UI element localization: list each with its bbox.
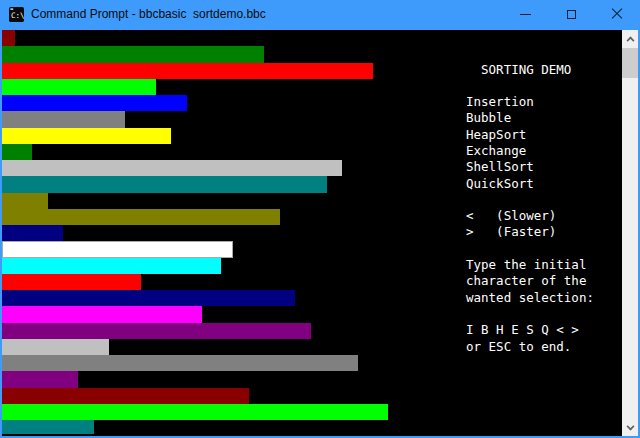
sort-bar (2, 160, 342, 176)
sort-bar (2, 46, 264, 62)
cmd-icon: C:\ (9, 7, 24, 22)
maximize-button[interactable] (548, 0, 594, 28)
sort-bar (2, 323, 311, 339)
sort-bar (2, 274, 141, 290)
sort-bar (2, 371, 78, 387)
scroll-down-button[interactable] (622, 419, 638, 436)
console-text-line: wanted selection: (466, 290, 594, 306)
svg-text:C:\: C:\ (11, 10, 24, 19)
console-text-line (466, 192, 594, 208)
scrollbar-thumb[interactable] (622, 48, 638, 78)
sort-bar (2, 306, 202, 322)
scroll-up-button[interactable] (622, 30, 638, 47)
sort-bar (2, 144, 32, 160)
console-text-line (466, 241, 594, 257)
sort-bar (2, 420, 94, 434)
console-text: SORTING DEMO InsertionBubbleHeapSortExch… (466, 62, 594, 355)
sort-bar (2, 290, 295, 306)
titlebar[interactable]: C:\ Command Prompt - bbcbasic sortdemo.b… (0, 0, 640, 28)
vertical-scrollbar[interactable] (622, 30, 638, 436)
console-body: SORTING DEMO InsertionBubbleHeapSortExch… (2, 30, 638, 436)
command-prompt-window: C:\ Command Prompt - bbcbasic sortdemo.b… (0, 0, 640, 438)
console-text-line: < (Slower) (466, 208, 594, 224)
sort-bar (2, 128, 171, 144)
maximize-icon (567, 10, 576, 19)
console-text-line: Insertion (466, 94, 594, 110)
window-title: Command Prompt - bbcbasic sortdemo.bbc (31, 7, 502, 21)
minimize-button[interactable] (502, 0, 548, 28)
console-text-line: SORTING DEMO (466, 62, 594, 78)
close-button[interactable] (594, 0, 640, 28)
sort-bar (2, 241, 233, 257)
console-text-line: Bubble (466, 110, 594, 126)
sort-bar (2, 404, 388, 420)
console-text-line: Exchange (466, 143, 594, 159)
console-text-line: HeapSort (466, 127, 594, 143)
sort-bar (2, 339, 109, 355)
console-text-line: QuickSort (466, 176, 594, 192)
console-text-line: or ESC to end. (466, 339, 594, 355)
chevron-down-icon (626, 422, 634, 430)
console-text-line: > (Faster) (466, 224, 594, 240)
sort-bar (2, 79, 156, 95)
sort-bar (2, 355, 358, 371)
sort-bar (2, 30, 15, 46)
sort-bar (2, 193, 48, 209)
close-icon (611, 8, 623, 20)
console-text-line: ShellSort (466, 159, 594, 175)
minimize-icon (520, 14, 531, 15)
window-controls (502, 0, 640, 28)
sort-bar (2, 95, 187, 111)
sort-bar (2, 111, 125, 127)
chevron-up-icon (626, 36, 634, 44)
sort-bar (2, 63, 373, 79)
sort-bar (2, 176, 327, 192)
console-viewport: SORTING DEMO InsertionBubbleHeapSortExch… (2, 30, 622, 436)
sort-bar (2, 258, 221, 274)
console-text-line (466, 78, 594, 94)
console-text-line: character of the (466, 273, 594, 289)
console-text-line (466, 306, 594, 322)
console-text-line: I B H E S Q < > (466, 322, 594, 338)
sort-bar (2, 209, 280, 225)
sort-bar (2, 225, 63, 241)
console-text-line: Type the initial (466, 257, 594, 273)
sort-bar (2, 388, 249, 404)
